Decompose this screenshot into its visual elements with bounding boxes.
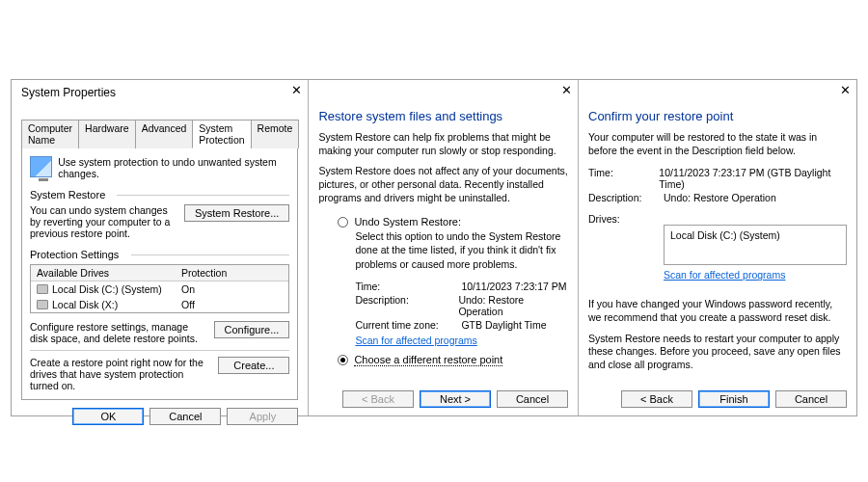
window-group: ✕ System Properties Computer Name Hardwa… xyxy=(11,79,857,416)
create-description: Create a restore point right now for the… xyxy=(30,357,210,391)
restore-description: You can undo system changes by reverting… xyxy=(30,204,176,239)
configure-description: Configure restore settings, manage disk … xyxy=(30,321,206,344)
system-properties-panel: ✕ System Properties Computer Name Hardwa… xyxy=(12,80,309,415)
tab-system-protection[interactable]: System Protection xyxy=(192,120,251,148)
drives-listbox[interactable]: Local Disk (C:) (System) xyxy=(664,225,847,265)
confirm-intro: Your computer will be restored to the st… xyxy=(588,131,847,157)
drive-item: Local Disk (C:) (System) xyxy=(670,229,780,241)
tab-remote[interactable]: Remote xyxy=(251,120,300,148)
divider xyxy=(30,350,289,351)
undo-restore-option[interactable]: Undo System Restore: xyxy=(338,216,568,228)
password-reset-note: If you have changed your Windows passwor… xyxy=(588,298,847,324)
cancel-button[interactable]: Cancel xyxy=(775,390,847,408)
col-available-drives: Available Drives xyxy=(31,265,176,281)
system-restore-button[interactable]: System Restore... xyxy=(184,204,289,222)
wizard-heading: Restore system files and settings xyxy=(318,109,568,123)
back-button: < Back xyxy=(342,390,414,408)
timezone-value: GTB Daylight Time xyxy=(461,319,546,331)
description-label: Description: xyxy=(588,192,664,203)
col-protection: Protection xyxy=(176,265,288,281)
restore-wizard-step1-panel: ✕ Restore system files and settings Syst… xyxy=(309,80,579,415)
wizard-para1: System Restore can help fix problems tha… xyxy=(318,131,568,157)
description-value: Undo: Restore Operation xyxy=(664,192,776,203)
cancel-button[interactable]: Cancel xyxy=(149,408,221,425)
time-label: Time: xyxy=(355,281,461,292)
restore-wizard-confirm-panel: ✕ Confirm your restore point Your comput… xyxy=(579,80,856,415)
timezone-label: Current time zone: xyxy=(355,319,461,331)
disk-icon xyxy=(37,300,48,309)
undo-restore-label: Undo System Restore: xyxy=(354,216,461,228)
drives-table: Available Drives Protection Local Disk (… xyxy=(30,264,289,313)
section-protection-settings: Protection Settings xyxy=(30,249,289,260)
close-icon[interactable]: ✕ xyxy=(291,84,302,96)
radio-icon xyxy=(338,217,348,228)
undo-restore-description: Select this option to undo the System Re… xyxy=(355,229,568,271)
section-system-restore: System Restore xyxy=(30,189,289,201)
scan-affected-link[interactable]: Scan for affected programs xyxy=(664,269,785,281)
disk-icon xyxy=(37,284,48,294)
ok-button[interactable]: OK xyxy=(72,408,144,425)
time-value: 10/11/2023 7:23:17 PM xyxy=(461,281,566,292)
drive-name: Local Disk (X:) xyxy=(52,299,118,310)
table-row[interactable]: Local Disk (C:) (System) On xyxy=(31,281,288,297)
choose-different-label: Choose a different restore point xyxy=(354,354,502,365)
drive-protection: On xyxy=(176,281,288,297)
system-protection-icon xyxy=(30,156,52,177)
create-button[interactable]: Create... xyxy=(218,357,289,374)
tab-hardware[interactable]: Hardware xyxy=(78,120,136,148)
configure-button[interactable]: Configure... xyxy=(214,321,290,338)
restart-note: System Restore needs to restart your com… xyxy=(588,333,847,372)
drives-label: Drives: xyxy=(588,213,664,225)
wizard-footer: < Back Next > Cancel xyxy=(318,390,568,408)
intro-text: Use system protection to undo unwanted s… xyxy=(58,156,289,179)
window-title: System Properties xyxy=(21,86,298,99)
description-label: Description: xyxy=(355,294,458,317)
choose-different-option[interactable]: Choose a different restore point xyxy=(338,354,568,365)
drive-protection: Off xyxy=(176,297,288,312)
time-label: Time: xyxy=(588,167,659,190)
wizard-footer: < Back Finish Cancel xyxy=(588,390,847,408)
tab-body: Use system protection to undo unwanted s… xyxy=(21,148,298,400)
tab-strip: Computer Name Hardware Advanced System P… xyxy=(21,119,298,148)
tab-advanced[interactable]: Advanced xyxy=(135,120,194,148)
radio-icon xyxy=(338,355,348,365)
wizard-heading: Confirm your restore point xyxy=(588,109,847,123)
description-value: Undo: Restore Operation xyxy=(458,294,568,317)
drive-name: Local Disk (C:) (System) xyxy=(52,283,162,295)
finish-button[interactable]: Finish xyxy=(698,390,770,408)
table-row[interactable]: Local Disk (X:) Off xyxy=(31,297,288,312)
wizard-para2: System Restore does not affect any of yo… xyxy=(318,165,568,204)
back-button[interactable]: < Back xyxy=(621,390,692,408)
dialog-footer: OK Cancel Apply xyxy=(21,400,298,425)
tab-computer-name[interactable]: Computer Name xyxy=(21,120,79,148)
apply-button: Apply xyxy=(227,408,298,425)
close-icon[interactable]: ✕ xyxy=(840,84,851,96)
scan-affected-link[interactable]: Scan for affected programs xyxy=(355,335,476,346)
time-value: 10/11/2023 7:23:17 PM (GTB Daylight Time… xyxy=(659,167,847,190)
close-icon[interactable]: ✕ xyxy=(561,84,572,96)
next-button[interactable]: Next > xyxy=(420,390,491,408)
cancel-button[interactable]: Cancel xyxy=(497,390,568,408)
